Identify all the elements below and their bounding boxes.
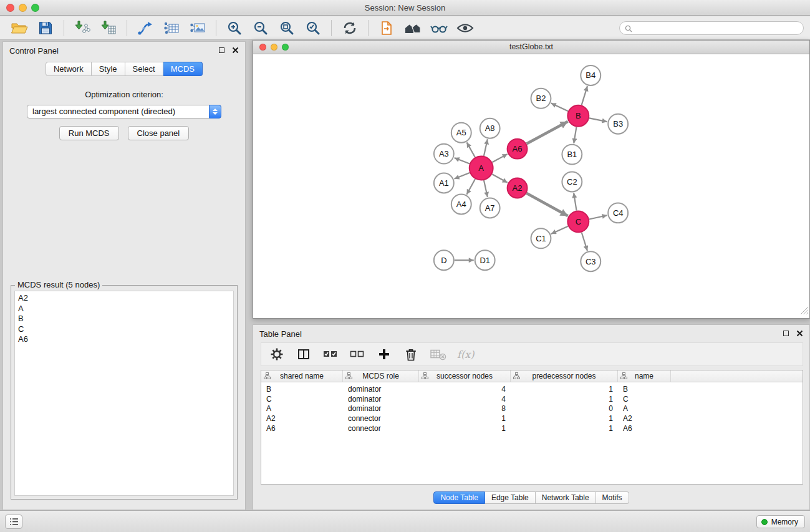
network-maximize-button[interactable] xyxy=(282,44,289,51)
node-C[interactable]: C xyxy=(567,211,589,232)
tab-network[interactable]: Network xyxy=(46,62,92,76)
cell-predecessor-nodes[interactable]: 1 xyxy=(511,385,618,394)
table-row[interactable]: Cdominator41C xyxy=(261,394,803,404)
node-A8[interactable]: A8 xyxy=(480,118,500,138)
criterion-dropdown[interactable]: largest connected component (directed) xyxy=(27,105,221,118)
eye-icon[interactable] xyxy=(452,18,478,38)
node-B1[interactable]: B1 xyxy=(562,145,582,165)
cell-predecessor-nodes[interactable]: 1 xyxy=(511,424,618,433)
edge-A6-B[interactable] xyxy=(526,122,567,144)
node-C4[interactable]: C4 xyxy=(608,203,628,223)
cell-name[interactable]: A xyxy=(618,404,671,413)
edge-B-B1[interactable] xyxy=(574,127,576,143)
memory-button[interactable]: Memory xyxy=(756,515,805,528)
node-A6[interactable]: A6 xyxy=(508,139,528,159)
node-B4[interactable]: B4 xyxy=(581,65,600,85)
edge-A-A6[interactable] xyxy=(492,154,507,162)
float-panel-icon[interactable] xyxy=(219,47,224,53)
cell-mcds-role[interactable]: dominator xyxy=(343,404,419,413)
new-network-icon[interactable] xyxy=(132,18,158,38)
tab-mcds[interactable]: MCDS xyxy=(163,62,203,76)
node-C1[interactable]: C1 xyxy=(531,228,551,248)
close-panel-button[interactable]: Close panel xyxy=(128,126,190,140)
edge-A-A1[interactable] xyxy=(455,173,470,179)
edge-B-B2[interactable] xyxy=(551,103,568,111)
refresh-view-icon[interactable] xyxy=(337,18,363,38)
cell-successor-nodes[interactable]: 4 xyxy=(419,395,511,404)
column-header-successor-nodes[interactable]: successor nodes xyxy=(419,370,511,382)
cell-mcds-role[interactable]: connector xyxy=(343,414,419,423)
home-icon[interactable] xyxy=(400,18,426,38)
edge-C-C4[interactable] xyxy=(589,215,607,219)
zoom-in-icon[interactable] xyxy=(221,18,248,38)
node-D1[interactable]: D1 xyxy=(475,250,495,270)
node-B[interactable]: B xyxy=(567,105,589,127)
minimize-window-button[interactable] xyxy=(19,4,27,12)
node-A7[interactable]: A7 xyxy=(480,198,500,218)
cell-successor-nodes[interactable]: 4 xyxy=(419,385,511,394)
edge-B-B4[interactable] xyxy=(582,86,587,105)
network-table-icon[interactable] xyxy=(158,18,185,38)
resize-grip-icon[interactable] xyxy=(800,306,808,317)
network-canvas[interactable]: B4B2BB3A8A5A6A3B1AA1C2A2A4A7C4CC1C3DD1 xyxy=(254,55,809,317)
column-header-shared-name[interactable]: shared name xyxy=(261,370,343,382)
node-A1[interactable]: A1 xyxy=(434,173,454,193)
document-icon[interactable] xyxy=(374,18,400,38)
node-A[interactable]: A xyxy=(470,157,493,180)
cell-predecessor-nodes[interactable]: 0 xyxy=(511,404,618,413)
node-B2[interactable]: B2 xyxy=(531,89,551,109)
network-minimize-button[interactable] xyxy=(271,44,277,51)
zoom-fit-icon[interactable] xyxy=(274,18,300,38)
open-file-icon[interactable] xyxy=(6,18,32,38)
glasses-icon[interactable] xyxy=(426,18,452,38)
table-row[interactable]: A6connector11A6 xyxy=(261,423,803,433)
column-header-predecessor-nodes[interactable]: predecessor nodes xyxy=(511,370,618,382)
tab-select[interactable]: Select xyxy=(125,62,163,76)
cell-predecessor-nodes[interactable]: 1 xyxy=(511,395,618,404)
deselect-all-icon[interactable] xyxy=(349,346,365,363)
edge-C-C2[interactable] xyxy=(574,193,576,210)
close-window-button[interactable] xyxy=(6,4,14,12)
node-A4[interactable]: A4 xyxy=(451,194,471,214)
zoom-selected-icon[interactable] xyxy=(300,18,326,38)
select-all-icon[interactable] xyxy=(322,346,339,363)
export-image-icon[interactable] xyxy=(185,18,211,38)
table-row[interactable]: Bdominator41B xyxy=(261,384,803,394)
network-window-titlebar[interactable]: testGlobe.txt xyxy=(253,41,809,54)
node-B3[interactable]: B3 xyxy=(608,114,628,134)
edge-A-A8[interactable] xyxy=(484,139,488,156)
node-C3[interactable]: C3 xyxy=(581,251,600,271)
mcds-result-list[interactable]: A2ABCA6 xyxy=(14,291,234,496)
node-A5[interactable]: A5 xyxy=(451,123,471,143)
edge-A2-C[interactable] xyxy=(526,193,567,216)
close-table-panel-icon[interactable] xyxy=(796,330,803,337)
table-tab-motifs[interactable]: Motifs xyxy=(596,491,629,504)
float-table-panel-icon[interactable] xyxy=(783,331,789,336)
table-tab-network-table[interactable]: Network Table xyxy=(536,491,596,504)
node-D[interactable]: D xyxy=(434,250,454,270)
network-close-button[interactable] xyxy=(259,44,266,51)
cell-shared-name[interactable]: A6 xyxy=(261,424,343,433)
tab-style[interactable]: Style xyxy=(92,62,125,76)
task-history-button[interactable] xyxy=(5,515,22,529)
columns-icon[interactable] xyxy=(296,346,312,363)
edge-C-C1[interactable] xyxy=(551,226,568,234)
cell-shared-name[interactable]: A2 xyxy=(261,414,343,423)
cell-successor-nodes[interactable]: 1 xyxy=(419,414,511,423)
import-table-icon[interactable] xyxy=(95,18,122,38)
edge-A-A3[interactable] xyxy=(455,158,470,163)
delete-row-icon[interactable] xyxy=(403,346,419,363)
edge-C-C3[interactable] xyxy=(582,233,587,251)
edge-A-A4[interactable] xyxy=(466,179,475,195)
cell-mcds-role[interactable]: connector xyxy=(343,424,419,433)
close-panel-icon[interactable] xyxy=(232,47,239,54)
cell-name[interactable]: B xyxy=(618,385,671,394)
run-mcds-button[interactable]: Run MCDS xyxy=(59,126,119,140)
edge-A-A7[interactable] xyxy=(484,180,488,197)
column-header-mcds-role[interactable]: MCDS role xyxy=(343,370,419,382)
import-network-icon[interactable] xyxy=(69,18,95,38)
cell-shared-name[interactable]: B xyxy=(261,385,343,394)
table-tab-node-table[interactable]: Node Table xyxy=(433,491,485,504)
edge-B-B3[interactable] xyxy=(589,118,607,122)
cell-mcds-role[interactable]: dominator xyxy=(343,395,419,404)
